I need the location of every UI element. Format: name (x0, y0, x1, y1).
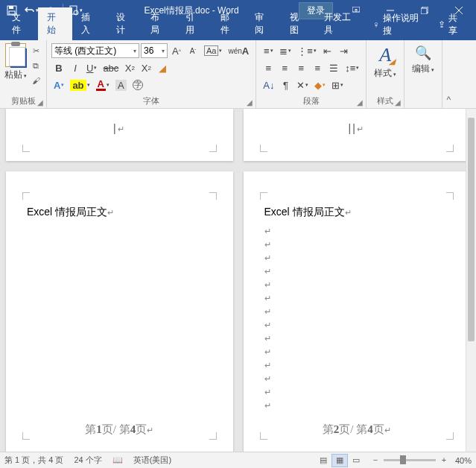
tab-developer[interactable]: 开发工具 (315, 7, 366, 40)
zoom-level[interactable]: 40% (455, 456, 472, 465)
zoom-slider[interactable] (384, 459, 436, 461)
font-dialog-launcher[interactable]: ◢ (245, 98, 254, 107)
borders-button[interactable]: ⊞▾ (329, 78, 346, 92)
align-left-button[interactable]: ≡ (261, 60, 276, 75)
font-group-label: 字体 (50, 94, 253, 108)
zoom-out-button[interactable]: − (370, 455, 381, 466)
subscript-button[interactable]: X2 (122, 60, 137, 75)
header-text: ||↵ (244, 122, 471, 134)
font-size-dropdown[interactable]: 36▾ (141, 43, 168, 58)
bullets-button[interactable]: ≡▾ (261, 43, 276, 58)
font-name-dropdown[interactable]: 等线 (西文正文)▾ (51, 43, 139, 58)
clipboard-dialog-launcher[interactable]: ◢ (36, 98, 45, 107)
highlight-button[interactable]: ab▾ (68, 78, 92, 92)
styles-dialog-launcher[interactable]: ◢ (393, 98, 402, 107)
zoom-slider-thumb[interactable] (400, 455, 406, 464)
bold-button[interactable]: B (51, 60, 66, 75)
page-count-status[interactable]: 第 1 页，共 4 页 (4, 455, 63, 466)
styles-icon: A◢ (374, 45, 396, 66)
line-spacing-button[interactable]: ↕≡▾ (343, 60, 361, 75)
tell-me-search[interactable]: ♀操作说明搜 (367, 9, 429, 40)
phonetic-guide-button[interactable]: wénA (226, 43, 251, 58)
grow-font-button[interactable]: A^ (169, 43, 184, 58)
italic-button[interactable]: I (68, 60, 83, 75)
distributed-button[interactable]: ☰ (326, 60, 341, 75)
page-body-text: Excel 情报局正文↵ (264, 206, 352, 219)
print-layout-button[interactable]: ▦ (331, 454, 348, 467)
page-2: Excel 情报局正文↵ ↵↵↵↵↵↵↵↵↵↵↵↵↵↵ 第2页/ 第4页↵ (244, 171, 471, 452)
paragraph-dialog-launcher[interactable]: ◢ (355, 98, 364, 107)
shrink-font-button[interactable]: Aˇ (185, 43, 200, 58)
align-right-button[interactable]: ≡ (293, 60, 308, 75)
tab-home[interactable]: 开始 (38, 7, 73, 40)
paste-icon[interactable] (5, 43, 26, 67)
read-mode-button[interactable]: ▤ (315, 454, 331, 467)
page-preview: |↵ (6, 109, 233, 161)
share-button[interactable]: ⇪共享 (432, 9, 470, 40)
clear-formatting-button[interactable]: ◢ (155, 60, 170, 75)
numbering-button[interactable]: ≣▾ (277, 43, 293, 58)
format-painter-icon[interactable]: 🖌 (30, 75, 42, 86)
page-footer: 第2页/ 第4页↵ (244, 423, 471, 437)
change-case-button[interactable]: Aa▾ (202, 43, 224, 58)
enclose-characters-button[interactable]: 字 (130, 78, 145, 92)
superscript-button[interactable]: X2 (139, 60, 153, 75)
zoom-in-button[interactable]: + (439, 455, 449, 466)
cut-icon[interactable]: ✂ (30, 45, 42, 57)
language-status[interactable]: 英语(美国) (133, 455, 171, 466)
page-preview: ||↵ (244, 109, 471, 161)
styles-button[interactable]: A◢ 样式▾ (374, 45, 396, 80)
multilevel-list-button[interactable]: ⋮≡▾ (295, 43, 319, 58)
vertical-scrollbar[interactable] (466, 109, 476, 452)
decrease-indent-button[interactable]: ⇤ (320, 43, 335, 58)
document-title: Excel情报局.doc - Word (84, 4, 299, 17)
copy-icon[interactable]: ⧉ (30, 60, 42, 72)
sort-button[interactable]: A↓ (261, 78, 276, 92)
paste-button[interactable]: 粘贴▾ (4, 69, 27, 81)
page-body-text: Excel 情报局正文↵ (27, 206, 114, 219)
paragraph-group-label: 段落 (259, 94, 363, 108)
collapse-ribbon-button[interactable]: ^ (442, 40, 454, 108)
page-1: Excel 情报局正文↵ 第1页/ 第4页↵ (6, 171, 233, 452)
lightbulb-icon: ♀ (373, 19, 380, 30)
spell-check-icon[interactable]: 📖 (112, 455, 123, 465)
text-effects-button[interactable]: A▾ (51, 78, 66, 92)
share-icon: ⇪ (438, 19, 445, 30)
page-footer: 第1页/ 第4页↵ (6, 423, 233, 437)
text-direction-button[interactable]: ✕▾ (294, 78, 311, 92)
underline-button[interactable]: U▾ (84, 60, 99, 75)
editing-button[interactable]: 🔍 编辑▾ (412, 45, 434, 75)
header-text: |↵ (6, 122, 233, 134)
character-shading-button[interactable]: A (113, 78, 129, 92)
paragraph-marks: ↵↵↵↵↵↵↵↵↵↵↵↵↵↵ (264, 227, 271, 411)
find-icon: 🔍 (415, 45, 431, 61)
word-count-status[interactable]: 24 个字 (74, 455, 101, 466)
align-center-button[interactable]: ≡ (277, 60, 292, 75)
document-canvas[interactable]: |↵ ||↵ Excel 情报局正文↵ 第1页/ 第4页↵ Excel 情报局正… (0, 109, 476, 452)
scrollbar-thumb[interactable] (468, 118, 475, 341)
font-color-button[interactable]: A▾ (94, 78, 112, 92)
tab-file[interactable]: 文件 (3, 7, 38, 40)
shading-button[interactable]: ◆▾ (312, 78, 328, 92)
increase-indent-button[interactable]: ⇥ (337, 43, 352, 58)
strikethrough-button[interactable]: abc (101, 60, 121, 75)
web-layout-button[interactable]: ▭ (348, 454, 364, 467)
show-marks-button[interactable]: ¶ (278, 78, 293, 92)
justify-button[interactable]: ≡ (310, 60, 325, 75)
